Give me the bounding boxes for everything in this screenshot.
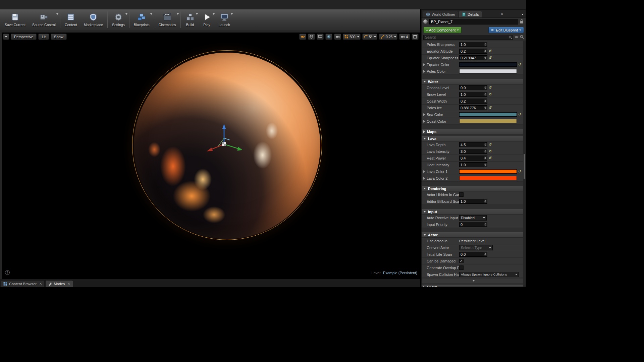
revert-icon[interactable] [518, 113, 521, 116]
show-button[interactable]: Show [51, 34, 67, 40]
section-lava[interactable]: Lava [422, 136, 526, 141]
spinner-grip-icon[interactable] [484, 149, 487, 153]
color-swatch[interactable] [459, 169, 517, 174]
revert-icon[interactable] [489, 156, 492, 160]
color-swatch[interactable] [459, 176, 517, 180]
tab-modes[interactable]: Modes [45, 280, 73, 287]
launch-button[interactable]: Launch [215, 9, 233, 30]
spinner-grip-icon[interactable] [484, 163, 487, 167]
add-component-button[interactable]: + Add Component [423, 27, 462, 33]
number-field[interactable]: 0.2 [459, 99, 487, 104]
spinner-grip-icon[interactable] [484, 252, 487, 256]
section-input[interactable]: Input [422, 209, 526, 215]
spinner-grip-icon[interactable] [484, 86, 487, 89]
settings-button[interactable]: Settings [109, 9, 128, 30]
auto-receive-input-dropdown[interactable]: Disabled [459, 215, 487, 221]
section-maps[interactable]: Maps [422, 129, 526, 134]
color-swatch[interactable] [459, 62, 517, 67]
expander-arrow-icon[interactable] [423, 113, 425, 116]
spinner-grip-icon[interactable] [484, 143, 487, 146]
checkbox[interactable] [459, 192, 464, 197]
marketplace-button[interactable]: Marketplace [80, 9, 106, 30]
checkbox[interactable] [459, 265, 464, 270]
section-hlod[interactable]: HLOD [422, 284, 526, 287]
spinner-grip-icon[interactable] [484, 56, 487, 60]
number-field[interactable]: 0.4 [459, 156, 487, 161]
tab-content-browser[interactable]: Content Browser [1, 280, 45, 287]
content-button[interactable]: Content [61, 9, 80, 30]
actor-name-field[interactable] [429, 19, 518, 24]
help-button[interactable]: ? [5, 270, 10, 275]
section-rendering[interactable]: Rendering [422, 186, 526, 191]
expander-arrow-icon[interactable] [423, 120, 425, 123]
transform-gizmo[interactable] [199, 123, 249, 167]
number-field[interactable]: 0.219047 [459, 55, 487, 60]
game-view-button[interactable] [299, 34, 306, 40]
lit-mode-button[interactable]: Lit [38, 34, 49, 40]
tab-options-icon[interactable] [522, 14, 524, 15]
expander-arrow-icon[interactable] [423, 63, 425, 66]
revert-icon[interactable] [489, 49, 492, 53]
color-swatch[interactable] [459, 119, 517, 123]
number-field[interactable]: 0.0 [459, 85, 487, 90]
revert-icon[interactable] [489, 149, 492, 153]
source-control-button[interactable]: Source Control [29, 9, 59, 30]
number-field[interactable]: 3.0 [459, 149, 487, 154]
spinner-grip-icon[interactable] [484, 99, 487, 103]
number-field[interactable]: 0.881776 [459, 105, 487, 110]
close-tab-icon[interactable] [501, 12, 503, 16]
expander-arrow-icon[interactable] [423, 70, 425, 73]
viewport-options-button[interactable] [3, 34, 9, 40]
revert-icon[interactable] [489, 143, 492, 146]
color-swatch[interactable] [459, 112, 517, 117]
convert-actor-dropdown[interactable]: Select a Type [459, 245, 493, 250]
blueprints-button[interactable]: Blueprints [130, 9, 153, 30]
number-field[interactable]: 1.0 [459, 42, 487, 47]
revert-icon[interactable] [489, 56, 492, 60]
number-field[interactable]: 4.5 [459, 142, 487, 147]
grid-snap-button[interactable]: 500 [343, 34, 361, 40]
rotation-snap-button[interactable]: 5° [362, 34, 377, 40]
tab-details[interactable]: Details [459, 11, 482, 17]
edit-blueprint-button[interactable]: Edit Blueprint [488, 27, 524, 33]
lock-icon[interactable] [520, 19, 524, 24]
revert-icon[interactable] [518, 63, 521, 66]
spinner-grip-icon[interactable] [484, 156, 487, 160]
spawn-collision-dropdown[interactable]: Always Spawn, Ignore Collisions [459, 272, 519, 277]
section-actor[interactable]: Actor [422, 232, 526, 238]
spinner-grip-icon[interactable] [484, 93, 487, 96]
revert-icon[interactable] [489, 86, 492, 89]
number-field[interactable]: 1.0 [459, 199, 487, 204]
revert-icon[interactable] [518, 170, 521, 173]
spinner-grip-icon[interactable] [484, 43, 487, 46]
show-advanced-button[interactable] [422, 279, 526, 283]
camera-settings-button[interactable] [334, 34, 341, 40]
spinner-grip-icon[interactable] [484, 223, 487, 226]
screenshot-button[interactable] [317, 34, 324, 40]
play-button[interactable]: Play [199, 9, 215, 30]
details-scrollbar-thumb[interactable] [524, 154, 525, 179]
world-settings-button[interactable] [325, 34, 332, 40]
revert-icon[interactable] [489, 106, 492, 110]
number-field[interactable]: 0.0 [459, 252, 487, 257]
camera-speed-button[interactable]: 4 [399, 34, 410, 40]
close-icon[interactable] [67, 282, 70, 286]
number-field[interactable]: 1.0 [459, 92, 487, 97]
spinner-grip-icon[interactable] [484, 199, 487, 203]
close-icon[interactable] [39, 282, 42, 286]
search-input[interactable] [423, 35, 513, 40]
number-field[interactable]: 0 [459, 222, 487, 227]
tab-world-outliner[interactable]: World Outliner [423, 11, 458, 17]
color-swatch[interactable] [459, 69, 517, 73]
expander-arrow-icon[interactable] [423, 170, 425, 173]
section-water[interactable]: Water [422, 79, 526, 84]
spinner-grip-icon[interactable] [484, 49, 487, 53]
realtime-button[interactable] [308, 34, 315, 40]
number-field[interactable]: 1.0 [459, 162, 487, 167]
details-scrollbar-track[interactable] [523, 41, 526, 287]
revert-icon[interactable] [489, 93, 492, 96]
search-settings-button[interactable] [520, 35, 524, 40]
cinematics-button[interactable]: Cinematics [155, 9, 179, 30]
spinner-grip-icon[interactable] [484, 106, 487, 110]
maximize-viewport-button[interactable] [412, 34, 419, 40]
